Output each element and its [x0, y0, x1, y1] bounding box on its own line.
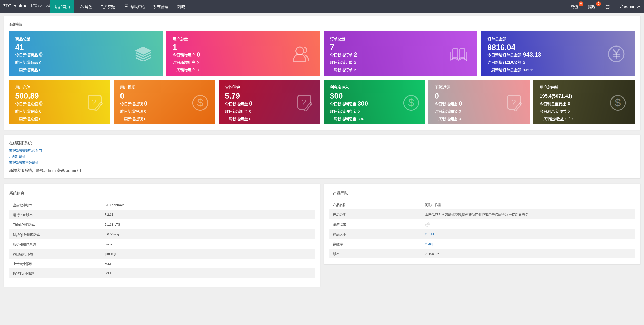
svg-text:$: $ — [615, 97, 621, 109]
svg-text:?: ? — [92, 98, 96, 107]
svg-text:$: $ — [408, 97, 414, 109]
svg-text:?: ? — [511, 98, 516, 107]
svg-text:?: ? — [302, 98, 306, 107]
svg-text:$: $ — [197, 97, 203, 109]
